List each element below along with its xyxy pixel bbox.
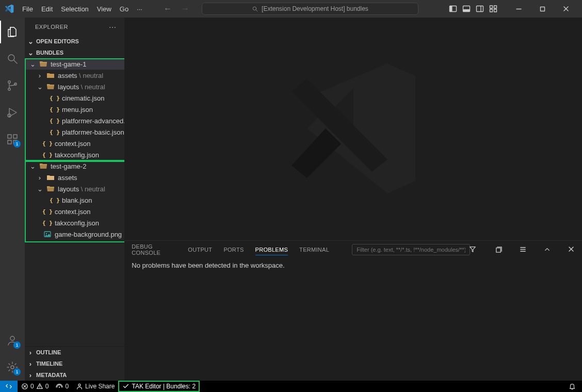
json-icon: { } (43, 139, 52, 148)
window-minimize-icon[interactable] (507, 0, 530, 18)
extensions-badge: 1 (13, 140, 21, 148)
sidebar-explorer: EXPLORER ··· ⌄ OPEN EDITORS ⌄ BUNDLES ⌄ … (25, 18, 124, 381)
tree-folder-test-game-1[interactable]: ⌄ test-game-1 (25, 58, 124, 70)
view-as-list-icon[interactable] (519, 246, 527, 254)
vscode-watermark-icon (276, 51, 431, 207)
command-center[interactable]: [Extension Development Host] bundles (202, 3, 418, 15)
tab-ports[interactable]: PORTS (223, 244, 244, 255)
chevron-down-icon: ⌄ (29, 60, 36, 68)
tree-file[interactable]: game-background.png (25, 228, 124, 240)
section-timeline[interactable]: ›TIMELINE (25, 358, 124, 369)
tree-file[interactable]: { }takxconfig.json (25, 217, 124, 228)
activity-settings[interactable]: 1 (0, 356, 25, 379)
svg-rect-8 (490, 6, 493, 8)
activity-search[interactable] (0, 47, 25, 70)
json-icon: { } (43, 219, 52, 227)
window-maximize-icon[interactable] (530, 0, 554, 18)
tab-problems[interactable]: PROBLEMS (255, 244, 288, 255)
maximize-panel-icon[interactable] (543, 246, 551, 254)
tree-label: takxconfig.json (55, 219, 99, 227)
json-icon: { } (43, 207, 52, 216)
status-ports[interactable]: 0 (52, 381, 72, 392)
chevron-right-icon: › (27, 360, 34, 368)
tree-folder-assets[interactable]: › assets \ neutral (25, 70, 124, 81)
menu-go[interactable]: Go (116, 3, 132, 15)
sidebar-more-icon[interactable]: ··· (109, 22, 116, 31)
tab-terminal[interactable]: TERMINAL (299, 244, 329, 255)
tree-file[interactable]: { }menu.json (25, 104, 124, 115)
remote-indicator[interactable] (0, 381, 18, 392)
problems-filter-input[interactable] (352, 244, 470, 255)
settings-badge: 1 (13, 368, 21, 375)
window-close-icon[interactable] (554, 0, 578, 18)
tree-file[interactable]: { }takxconfig.json (25, 149, 124, 160)
layout-sidebar-right-icon[interactable] (476, 5, 484, 13)
status-errors-warnings[interactable]: 0 0 (18, 381, 52, 392)
tree-folder-layouts[interactable]: ⌄ layouts \ neutral (25, 81, 124, 92)
tree-file[interactable]: { }blank.json (25, 194, 124, 206)
status-tak-editor[interactable]: TAK Editor | Bundles: 2 (118, 381, 200, 392)
tree-folder-assets[interactable]: › assets (25, 172, 124, 183)
tree-file[interactable]: { }cinematic.json (25, 92, 124, 104)
svg-line-17 (14, 60, 17, 63)
search-icon (252, 6, 258, 12)
json-icon: { } (51, 94, 59, 102)
layout-sidebar-left-icon[interactable] (449, 5, 457, 13)
collapse-all-icon[interactable] (495, 246, 503, 254)
menu-selection[interactable]: Selection (57, 3, 92, 15)
folder-open-icon (46, 185, 55, 193)
nav-forward-icon[interactable]: → (181, 4, 189, 13)
section-bundles[interactable]: ⌄ BUNDLES (25, 47, 124, 58)
tree-file[interactable]: { }context.json (25, 206, 124, 217)
chevron-right-icon: › (36, 72, 43, 79)
tree-file[interactable]: { }platformer-basic.json (25, 126, 124, 138)
svg-rect-11 (494, 9, 497, 12)
tree-file[interactable]: { }context.json (25, 138, 124, 149)
json-icon: { } (51, 128, 59, 136)
folder-icon (46, 71, 55, 79)
sidebar-title-text: EXPLORER (35, 24, 68, 30)
tab-output[interactable]: OUTPUT (188, 244, 212, 255)
status-notifications[interactable] (562, 381, 582, 392)
nav-arrows: ← → (164, 4, 189, 13)
close-panel-icon[interactable] (568, 246, 575, 254)
section-outline[interactable]: ›OUTLINE (25, 347, 124, 358)
sidebar-collapsed-sections: ›OUTLINE ›TIMELINE ›METADATA (25, 346, 124, 381)
section-open-editors[interactable]: ⌄ OPEN EDITORS (25, 36, 124, 47)
tree-label: platformer-advanced.json (62, 117, 124, 125)
activity-run[interactable] (0, 101, 25, 124)
menu-file[interactable]: File (19, 3, 37, 15)
tree-label: assets \ neutral (58, 72, 103, 79)
tab-debug-console[interactable]: DEBUG CONSOLE (132, 241, 176, 258)
layout-panel-icon[interactable] (462, 5, 471, 13)
nav-back-icon[interactable]: ← (164, 4, 172, 13)
tree-folder-layouts[interactable]: ⌄ layouts \ neutral (25, 183, 124, 194)
activity-explorer[interactable] (0, 21, 25, 43)
filter-icon[interactable] (469, 246, 476, 254)
files-icon (6, 26, 19, 38)
tree-label: context.json (55, 140, 90, 148)
layout-customize-icon[interactable] (489, 5, 497, 13)
svg-point-41 (59, 387, 60, 388)
tree-label: game-background.png (55, 231, 122, 238)
menu-view[interactable]: View (93, 3, 115, 15)
svg-rect-5 (463, 9, 470, 12)
svg-rect-22 (8, 135, 11, 138)
section-label: METADATA (36, 372, 67, 378)
tree-file[interactable]: { }platformer-advanced.json (25, 115, 124, 126)
svg-line-1 (256, 10, 257, 11)
activity-scm[interactable] (0, 74, 25, 97)
section-metadata[interactable]: ›METADATA (25, 369, 124, 381)
chevron-down-icon: ⌄ (27, 49, 34, 57)
tree-folder-test-game-2[interactable]: ⌄ test-game-2 (25, 160, 124, 172)
activity-extensions[interactable]: 1 (0, 128, 25, 151)
tree-label: cinematic.json (62, 94, 104, 102)
svg-point-0 (253, 7, 256, 10)
folder-icon (46, 173, 55, 182)
layout-controls (449, 5, 497, 13)
activity-accounts[interactable]: 1 (0, 329, 25, 352)
json-icon: { } (43, 151, 52, 159)
menu-more[interactable]: ··· (133, 3, 146, 15)
status-live-share[interactable]: Live Share (72, 381, 118, 392)
menu-edit[interactable]: Edit (38, 3, 56, 15)
